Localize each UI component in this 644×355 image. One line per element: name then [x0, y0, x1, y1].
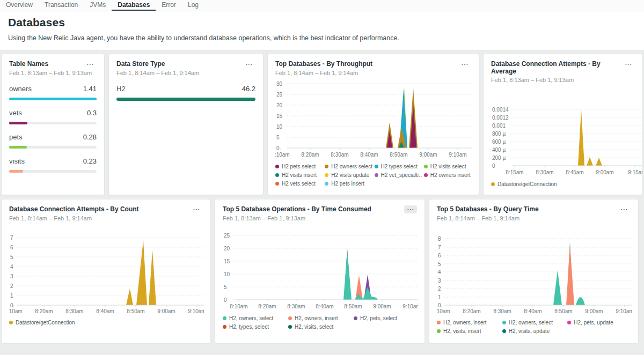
- legend-dot: [424, 173, 428, 177]
- throughput-chart[interactable]: 30 25 20 15 10 5 0: [275, 80, 471, 159]
- legend-item[interactable]: H2 pets select: [275, 164, 323, 169]
- connection-average-chart[interactable]: 0.0014 0.0012 0.001 800 µ 600 µ 400 µ 20…: [491, 97, 635, 176]
- x-tick: 8:30am: [331, 152, 348, 158]
- series-area-owners-select: [553, 270, 562, 305]
- query-time-chart[interactable]: 8 7 6 5 4 3 2 1 0: [437, 226, 631, 315]
- legend-item[interactable]: H2, visits, insert: [437, 328, 500, 334]
- legend-item[interactable]: H2, visits, update: [502, 328, 566, 334]
- legend-dot: [223, 316, 226, 320]
- legend-dot: [275, 173, 279, 177]
- panel-menu-button[interactable]: ⋯: [622, 60, 635, 68]
- legend-item[interactable]: H2, owners, select: [223, 315, 286, 321]
- x-tick: 9:00am: [419, 152, 437, 158]
- bar-label: owners: [9, 85, 32, 93]
- legend-dot: [325, 173, 328, 177]
- legend-dot: [9, 321, 13, 324]
- legend-item[interactable]: H2 visits select: [424, 164, 471, 169]
- legend-item[interactable]: H2, owners, insert: [288, 315, 352, 321]
- x-tick: 8:20am: [463, 308, 480, 314]
- legend: Datastore/getConnection: [491, 181, 635, 187]
- legend-dot: [288, 316, 292, 320]
- legend-label: H2 owners insert: [430, 172, 471, 178]
- bar-row[interactable]: H2 46.2: [116, 85, 255, 101]
- connection-count-chart[interactable]: 7 6 5 4 3 2 1 0: [9, 226, 203, 315]
- legend-item[interactable]: H2, pets, select: [354, 315, 417, 321]
- panel-menu-button[interactable]: ⋯: [618, 205, 631, 213]
- legend-dot: [223, 325, 226, 329]
- legend-label: H2 visits insert: [282, 172, 317, 178]
- legend-label: H2, visits, update: [509, 328, 550, 334]
- bar-row[interactable]: visits 0.23: [9, 157, 97, 173]
- y-tick: 1: [438, 294, 441, 300]
- legend-label: Datastore/getConnection: [497, 181, 557, 187]
- legend-item[interactable]: H2 pets insert: [325, 181, 372, 187]
- nav-tab-error[interactable]: Error: [156, 0, 182, 11]
- y-tick: 8: [438, 236, 441, 242]
- legend-label: H2 visits update: [331, 172, 369, 178]
- legend-item[interactable]: H2, owners, insert: [437, 320, 500, 326]
- ellipsis-icon: ⋯: [407, 205, 414, 213]
- legend-item[interactable]: H2 owners insert: [424, 172, 471, 178]
- nav-tab-databases[interactable]: Databases: [112, 0, 156, 11]
- y-tick: 7: [438, 245, 441, 250]
- series-area-owners-select: [343, 250, 352, 300]
- y-tick: 25: [224, 233, 230, 239]
- x-tick: 9:10am: [402, 304, 418, 309]
- legend-item[interactable]: H2 vets select: [275, 181, 323, 187]
- panel-menu-button[interactable]: ⋯: [458, 60, 471, 68]
- bar-row[interactable]: owners 1.41: [9, 85, 97, 100]
- nav-tab-jvms[interactable]: JVMs: [84, 0, 112, 11]
- legend-label: H2, owners, select: [509, 320, 553, 326]
- series-area-getconnection: [578, 109, 584, 166]
- x-tick: 8:40am: [96, 308, 114, 314]
- legend-item[interactable]: H2 owners select: [325, 164, 372, 169]
- panel-title: Data Store Type: [116, 60, 165, 68]
- nav-bar: Overview Transaction JVMs Databases Erro…: [0, 0, 644, 11]
- nav-tab-overview[interactable]: Overview: [0, 0, 39, 11]
- legend-item[interactable]: H2 visits update: [325, 172, 372, 178]
- nav-tab-log[interactable]: Log: [182, 0, 204, 11]
- bar-track: [9, 122, 97, 124]
- x-tick: 8:10am: [230, 304, 247, 309]
- y-tick: 20: [276, 102, 283, 108]
- legend-label: H2 types select: [381, 164, 418, 169]
- legend-item[interactable]: Datastore/getConnection: [9, 320, 203, 326]
- x-tick: 9:15am: [628, 169, 643, 175]
- panel-title: Database Connection Attempts - By Count: [9, 205, 139, 213]
- bar-label: H2: [116, 85, 126, 93]
- legend-dot: [437, 321, 441, 324]
- x-tick: 9:00am: [157, 308, 175, 314]
- dashboard-grid: Table Names ⋯ Feb 1, 8:13am – Feb 1, 9:1…: [0, 50, 644, 344]
- legend-item[interactable]: H2 visits insert: [275, 172, 323, 178]
- legend-item[interactable]: H2, visits, select: [288, 324, 352, 330]
- page-header: Databases Using the New Relic Java agent…: [0, 11, 644, 50]
- bar-row[interactable]: pets 0.28: [9, 133, 97, 149]
- legend-label: H2 pets select: [282, 164, 316, 169]
- time-consumed-chart[interactable]: 25 20 15 10 5 0: [223, 226, 417, 310]
- panel-menu-button[interactable]: ⋯: [190, 205, 203, 213]
- series-area-getconnection: [136, 240, 147, 305]
- legend-label: H2 vet_specialti…: [381, 172, 422, 178]
- legend-item[interactable]: H2, owners, select: [502, 320, 566, 326]
- panel-title: Top Databases - By Throughput: [275, 60, 372, 68]
- legend-item[interactable]: H2 types select: [375, 164, 422, 169]
- bar-value: 46.2: [242, 85, 255, 93]
- y-tick: 0: [10, 302, 13, 308]
- bar-row[interactable]: vets 0.3: [9, 109, 97, 124]
- series-area-getconnection: [587, 157, 593, 166]
- x-tick: 8:50am: [554, 308, 572, 314]
- legend-item[interactable]: Datastore/getConnection: [491, 181, 635, 187]
- legend-item[interactable]: H2 vet_specialti…: [375, 172, 422, 178]
- legend-dot: [502, 329, 506, 333]
- legend-item[interactable]: H2, types, select: [223, 324, 286, 330]
- panel-menu-button[interactable]: ⋯: [243, 60, 255, 68]
- x-tick: 8:40am: [360, 152, 378, 158]
- panel-menu-button[interactable]: ⋯: [84, 60, 97, 68]
- panel-menu-button[interactable]: ⋯: [404, 205, 417, 213]
- legend-item[interactable]: H2, pets, update: [567, 320, 631, 326]
- fade-overlay: [2, 179, 104, 195]
- nav-tab-transaction[interactable]: Transaction: [39, 0, 84, 11]
- panel-time-range: Feb 1, 8:14am – Feb 1, 9:14am: [437, 215, 631, 221]
- panel-data-store-type: Data Store Type ⋯ Feb 1, 8:14am – Feb 1,…: [108, 54, 264, 195]
- x-tick: 8:40am: [524, 308, 541, 314]
